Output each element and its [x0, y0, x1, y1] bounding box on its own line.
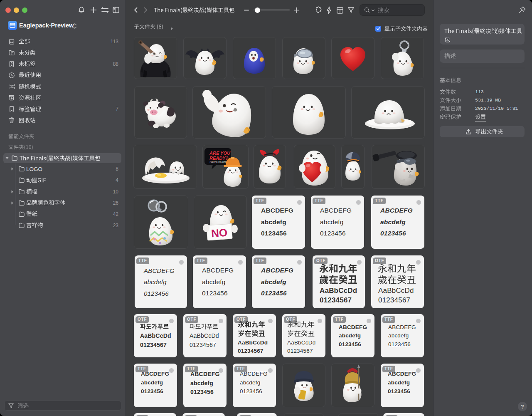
svg-text:READY?: READY? [209, 156, 229, 161]
svg-text:ARE YOU: ARE YOU [209, 151, 231, 156]
svg-text:NO: NO [211, 226, 228, 240]
svg-text:TODAY'S THE DAY!: TODAY'S THE DAY! [209, 161, 227, 163]
